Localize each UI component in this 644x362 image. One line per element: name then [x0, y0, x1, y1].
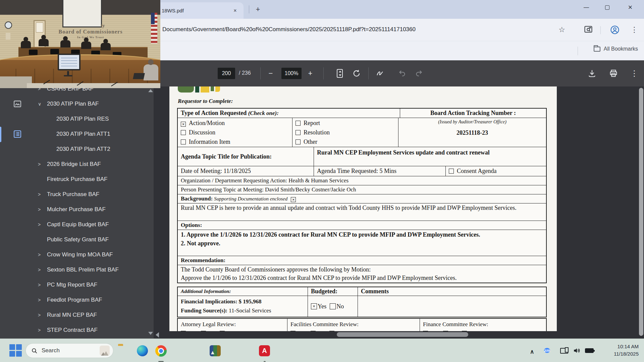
- hscroll-left-arrow-icon[interactable]: [156, 332, 159, 338]
- search-icon: [31, 348, 38, 354]
- chevron-icon: >: [38, 207, 47, 212]
- page-count-label: / 236: [239, 70, 251, 76]
- wall-text-line1: Board of Commissioners: [40, 29, 141, 35]
- side-search-icon[interactable]: [584, 25, 594, 35]
- pdf-menu-kebab-icon[interactable]: ⋮: [629, 68, 640, 79]
- thumbnails-panel-icon[interactable]: [13, 99, 22, 109]
- page-number-input[interactable]: 200: [218, 68, 235, 79]
- search-placeholder: Search: [42, 347, 96, 354]
- annotate-draw-button[interactable]: [374, 68, 386, 79]
- meeting-video-feed: ty Board of Commissioners In God We Trus…: [0, 0, 160, 88]
- browser-menu-kebab-icon[interactable]: ⋮: [629, 25, 639, 35]
- undo-button[interactable]: [396, 68, 408, 79]
- zoom-in-button[interactable]: +: [305, 68, 316, 79]
- outline-item[interactable]: 2030 ATIP Plan ATT1: [29, 126, 154, 141]
- outline-item-label: Crow Wing Imp MOA BAF: [47, 251, 113, 258]
- pdf-horizontal-scrollbar[interactable]: [337, 332, 468, 337]
- outline-item[interactable]: > STEP Contract BAF: [29, 322, 154, 338]
- start-button[interactable]: [9, 344, 22, 357]
- chrome-browser-icon[interactable]: [155, 345, 167, 357]
- checkbox-consent-agenda: [449, 169, 454, 174]
- outline-item[interactable]: > Sexton BBL Prelim Plat BAF: [29, 262, 154, 277]
- chevron-icon: >: [38, 297, 47, 303]
- outline-list: > CSAH5 ERIP BAF ∨ 2030 ATIP Plan BAF 20…: [29, 86, 154, 338]
- fit-page-button[interactable]: [334, 68, 345, 79]
- comments-label: Comments: [358, 287, 546, 296]
- checkbox-other: [296, 139, 301, 144]
- outline-item[interactable]: > Truck Purchase BAF: [29, 187, 154, 202]
- edge-browser-icon[interactable]: [137, 345, 148, 357]
- battery-icon[interactable]: [585, 348, 594, 353]
- option-2: 2. Not approve.: [181, 239, 543, 248]
- clock-time: 10:14 AM: [614, 343, 639, 350]
- financial-implications-label: Financial Implications:: [181, 298, 237, 305]
- close-button[interactable]: ×: [620, 0, 641, 15]
- outline-item[interactable]: > Feedlot Program BAF: [29, 292, 154, 307]
- bookmark-star-icon[interactable]: ☆: [557, 25, 567, 35]
- options-label: Options:: [178, 221, 546, 230]
- display-tray-icon[interactable]: [560, 348, 568, 354]
- zoom-out-button[interactable]: −: [265, 68, 276, 79]
- form-requestor-heading: Requestor to Complete:: [178, 98, 233, 105]
- address-bar-divider: [600, 26, 601, 34]
- chevron-icon: ∨: [38, 101, 47, 107]
- redo-button[interactable]: [413, 68, 425, 79]
- outline-item[interactable]: Firetruck Purchase BAF: [29, 172, 154, 187]
- chevron-icon: >: [38, 162, 47, 167]
- taskbar-clock[interactable]: 10:14 AM 11/18/2025: [614, 343, 639, 358]
- commissioner-silhouette: [101, 43, 111, 50]
- agenda-topic-value: Rural MN CEP Employment Services update …: [314, 147, 546, 166]
- speaker-icon[interactable]: [573, 346, 582, 355]
- minimize-button[interactable]: —: [576, 0, 597, 15]
- outline-item[interactable]: > PC Mtg Report BAF: [29, 277, 154, 292]
- zoom-app-icon[interactable]: zm: [544, 346, 550, 356]
- outline-panel-icon[interactable]: [13, 129, 22, 139]
- file-explorer-icon[interactable]: [118, 345, 129, 357]
- option-1: 1. Approve the 1/1/2026 to 12/31/2026 co…: [181, 230, 543, 239]
- outline-item[interactable]: ∨ 2030 ATIP Plan BAF: [29, 96, 154, 111]
- type-of-action-header: Type of Action Requested: [181, 110, 248, 116]
- url-text[interactable]: Documents/Government/Board%20of%20Commis…: [162, 26, 416, 33]
- acrobat-icon[interactable]: A: [259, 345, 270, 357]
- outline-item-label: 2030 ATIP Plan RES: [56, 116, 109, 122]
- outline-item[interactable]: Public Safety Grant BAF: [29, 232, 154, 247]
- outline-item[interactable]: > 2026 Bridge List BAF: [29, 157, 154, 172]
- sidebar-scroll-down-icon[interactable]: [148, 332, 153, 335]
- outline-item[interactable]: > Rural MN CEP BAF: [29, 307, 154, 322]
- outline-item[interactable]: 2030 ATIP Plan RES: [29, 111, 154, 126]
- taskbar-search-box[interactable]: Search: [25, 343, 113, 358]
- all-bookmarks-button[interactable]: All Bookmarks: [594, 46, 638, 52]
- print-button[interactable]: [608, 68, 619, 79]
- form-main-table: Type of Action Requested (Check one): Bo…: [177, 108, 547, 283]
- outline-item[interactable]: > Crow Wing Imp MOA BAF: [29, 247, 154, 262]
- chevron-icon: >: [38, 267, 47, 273]
- toolbar-divider: [323, 67, 324, 79]
- commissioner-silhouette: [81, 42, 91, 49]
- restore-icon: [605, 5, 609, 10]
- photos-app-icon[interactable]: [210, 345, 221, 357]
- rotate-button[interactable]: [351, 68, 362, 79]
- finance-review-label: Finance Committee Review:: [423, 320, 543, 329]
- profile-avatar-icon[interactable]: [610, 25, 620, 35]
- outline-item-label: STEP Contract BAF: [47, 327, 98, 334]
- comments-value: [358, 296, 546, 317]
- outline-item[interactable]: > Captl Equip Budget BAF: [29, 217, 154, 232]
- form-review-table: Attorney Legal Review: YesNoN/A Faciliti…: [177, 318, 547, 331]
- staff-silhouette: [144, 64, 158, 80]
- pdf-vertical-scrollbar[interactable]: [639, 88, 643, 336]
- browser-tab[interactable]: 18WS.pdf ×: [157, 2, 244, 19]
- laptop: [133, 73, 145, 79]
- tray-chevron-icon[interactable]: ∧: [530, 348, 534, 355]
- tab-close-icon[interactable]: ×: [231, 7, 239, 14]
- outline-item-label: Firetruck Purchase BAF: [47, 176, 107, 183]
- outline-item[interactable]: 2030 ATIP Plan ATT2: [29, 141, 154, 157]
- new-tab-button[interactable]: +: [254, 5, 262, 14]
- download-button[interactable]: [586, 68, 598, 79]
- outline-item[interactable]: > Mulcher Purchase BAF: [29, 202, 154, 217]
- background-label: Background:: [181, 195, 213, 202]
- outline-item-label: PC Mtg Report BAF: [47, 282, 97, 288]
- background-text: Rural MN CEP is here to provide an annua…: [178, 203, 546, 221]
- zoom-level-input[interactable]: 100%: [281, 68, 302, 79]
- maximize-button[interactable]: [597, 0, 618, 15]
- sidebar-scroll-up-icon[interactable]: [148, 89, 153, 92]
